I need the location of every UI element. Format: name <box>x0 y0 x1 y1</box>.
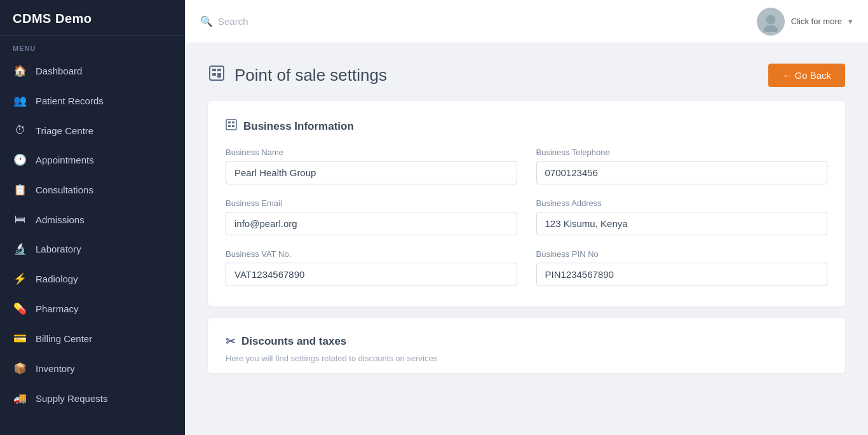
sidebar-item-laboratory[interactable]: 🔬 Laboratory <box>0 234 185 264</box>
svg-rect-2 <box>210 66 224 80</box>
business-address-input[interactable] <box>536 212 828 235</box>
business-pin-field: Business PIN No <box>536 249 828 286</box>
business-pin-label: Business PIN No <box>536 249 828 259</box>
business-info-icon <box>226 119 237 134</box>
business-pin-input[interactable] <box>536 263 828 286</box>
search-input[interactable] <box>218 16 749 27</box>
business-info-form: Business Name Business Telephone Busines… <box>226 148 827 286</box>
svg-rect-4 <box>217 69 221 71</box>
sidebar-item-pharmacy[interactable]: 💊 Pharmacy <box>0 294 185 324</box>
supply-requests-icon: 🚚 <box>13 392 27 405</box>
dashboard-icon: 🏠 <box>13 64 27 78</box>
svg-point-0 <box>766 15 775 24</box>
sidebar: CDMS Demo MENU 🏠 Dashboard 👥 Patient Rec… <box>0 0 185 435</box>
sidebar-item-label: Triage Centre <box>36 125 93 136</box>
inventory-icon: 📦 <box>13 362 27 375</box>
svg-rect-11 <box>232 125 234 127</box>
sidebar-item-inventory[interactable]: 📦 Inventory <box>0 354 185 383</box>
sidebar-item-label: Billing Center <box>36 333 92 344</box>
svg-rect-6 <box>217 73 221 78</box>
header: 🔍 Click for more ▾ <box>185 0 868 43</box>
sidebar-item-radiology[interactable]: ⚡ Radiology <box>0 264 185 294</box>
page-title-area: Point of sale settings <box>208 64 387 86</box>
business-telephone-field: Business Telephone <box>536 148 828 184</box>
svg-rect-10 <box>228 125 231 127</box>
sidebar-item-consultations[interactable]: 📋 Consultations <box>0 175 185 205</box>
business-email-label: Business Email <box>226 198 517 208</box>
main-area: 🔍 Click for more ▾ <box>185 0 868 435</box>
business-name-field: Business Name <box>226 148 517 184</box>
click-for-more: Click for more <box>791 17 842 26</box>
sidebar-item-patient-records[interactable]: 👥 Patient Records <box>0 86 185 116</box>
search-icon: 🔍 <box>200 15 213 27</box>
chevron-down-icon: ▾ <box>848 17 853 26</box>
business-email-field: Business Email <box>226 198 517 235</box>
billing-icon: 💳 <box>13 332 27 345</box>
svg-rect-3 <box>212 69 216 71</box>
avatar <box>757 8 785 36</box>
sidebar-item-label: Radiology <box>36 273 78 284</box>
discounts-icon: ✂ <box>226 335 235 349</box>
page-header-row: Point of sale settings ← Go Back <box>208 64 845 87</box>
sidebar-item-supply-requests[interactable]: 🚚 Supply Requests <box>0 383 185 413</box>
business-info-title: Business Information <box>226 119 827 134</box>
sidebar-item-label: Appointments <box>36 155 94 165</box>
sidebar-item-label: Laboratory <box>36 244 81 254</box>
menu-label: MENU <box>0 36 185 56</box>
business-vat-field: Business VAT No. <box>226 249 517 286</box>
sidebar-item-admissions[interactable]: 🛏 Admissions <box>0 205 185 234</box>
business-info-card: Business Information Business Name Busin… <box>208 101 845 307</box>
svg-rect-9 <box>232 121 234 123</box>
sidebar-item-label: Supply Requests <box>36 393 107 404</box>
radiology-icon: ⚡ <box>13 272 27 286</box>
pharmacy-icon: 💊 <box>13 302 27 315</box>
sidebar-item-appointments[interactable]: 🕐 Appointments <box>0 145 185 175</box>
laboratory-icon: 🔬 <box>13 242 27 256</box>
sidebar-item-billing-center[interactable]: 💳 Billing Center <box>0 324 185 354</box>
business-address-field: Business Address <box>536 198 828 235</box>
discounts-title: ✂ Discounts and taxes <box>226 332 827 349</box>
sidebar-item-label: Patient Records <box>36 95 104 106</box>
consultations-icon: 📋 <box>13 183 27 197</box>
sidebar-item-label: Consultations <box>36 184 93 195</box>
appointments-icon: 🕐 <box>13 153 27 167</box>
sidebar-item-dashboard[interactable]: 🏠 Dashboard <box>0 56 185 86</box>
discounts-card: ✂ Discounts and taxes Here you will find… <box>208 318 845 373</box>
business-name-label: Business Name <box>226 148 517 157</box>
business-telephone-label: Business Telephone <box>536 148 828 157</box>
svg-rect-7 <box>226 120 236 130</box>
business-address-label: Business Address <box>536 198 828 208</box>
svg-point-1 <box>764 25 778 31</box>
sidebar-item-label: Inventory <box>36 363 75 374</box>
app-title: CDMS Demo <box>0 0 185 36</box>
business-telephone-input[interactable] <box>536 161 828 184</box>
patient-records-icon: 👥 <box>13 94 27 107</box>
sidebar-item-label: Admissions <box>36 214 85 225</box>
sidebar-item-label: Pharmacy <box>36 303 79 314</box>
discounts-subtitle: Here you will find settings related to d… <box>226 354 827 363</box>
sidebar-item-label: Dashboard <box>36 66 82 76</box>
search-container[interactable]: 🔍 <box>200 15 749 27</box>
page-content: Point of sale settings ← Go Back Busines… <box>185 43 868 435</box>
triage-icon: ⏱ <box>13 124 27 137</box>
go-back-button[interactable]: ← Go Back <box>768 64 845 87</box>
svg-rect-8 <box>228 121 231 123</box>
user-area[interactable]: Click for more ▾ <box>757 8 853 36</box>
admissions-icon: 🛏 <box>13 213 27 226</box>
sidebar-item-triage-centre[interactable]: ⏱ Triage Centre <box>0 116 185 145</box>
svg-rect-5 <box>212 73 216 76</box>
business-email-input[interactable] <box>226 212 517 235</box>
business-vat-label: Business VAT No. <box>226 249 517 259</box>
business-vat-input[interactable] <box>226 263 517 286</box>
business-name-input[interactable] <box>226 161 517 184</box>
page-title: Point of sale settings <box>234 66 387 85</box>
pos-settings-icon <box>208 64 226 86</box>
